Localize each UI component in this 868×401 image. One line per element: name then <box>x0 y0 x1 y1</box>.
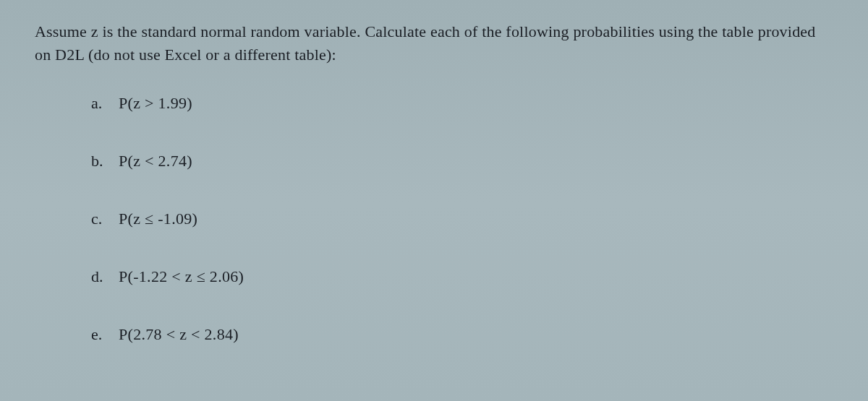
list-item: c. P(z ≤ -1.09) <box>91 210 833 228</box>
question-expression: P(z ≤ -1.09) <box>119 210 197 228</box>
question-expression: P(z < 2.74) <box>119 152 192 171</box>
question-list: a. P(z > 1.99) b. P(z < 2.74) c. P(z ≤ -… <box>35 94 833 344</box>
question-label: b. <box>91 152 119 171</box>
list-item: d. P(-1.22 < z ≤ 2.06) <box>91 267 833 286</box>
list-item: b. P(z < 2.74) <box>91 152 833 171</box>
question-label: c. <box>91 210 119 228</box>
list-item: a. P(z > 1.99) <box>91 94 833 113</box>
question-label: e. <box>91 325 119 344</box>
question-label: d. <box>91 267 119 286</box>
question-label: a. <box>91 94 119 113</box>
question-expression: P(2.78 < z < 2.84) <box>119 325 239 344</box>
intro-paragraph: Assume z is the standard normal random v… <box>35 20 833 66</box>
document-body: Assume z is the standard normal random v… <box>35 20 833 344</box>
question-expression: P(z > 1.99) <box>119 94 192 113</box>
list-item: e. P(2.78 < z < 2.84) <box>91 325 833 344</box>
question-expression: P(-1.22 < z ≤ 2.06) <box>119 267 244 286</box>
